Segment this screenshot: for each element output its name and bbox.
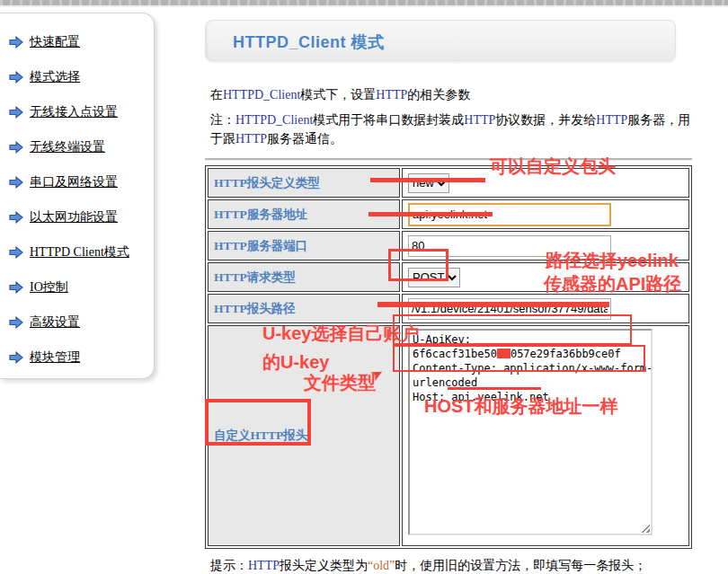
sidebar-item-advanced[interactable]: 高级设置 [0,305,154,340]
httpd-config-table: HTTP报头定义类型 new HTTP服务器地址 HTTP服务器端口 HTTP请… [205,165,692,549]
sidebar-item-label: 高级设置 [30,314,80,331]
sidebar-item-ethernet[interactable]: 以太网功能设置 [0,199,154,234]
header-line: urlencoded [413,375,648,390]
table-row: 自定义HTTP报头 U-ApiKey: 6f6cacf31be50057e29f… [208,325,689,546]
tip-text: 提示：HTTP报头定义类型为“old”时，使用旧的设置方法，即填写每一条报头；为… [210,557,692,574]
sidebar-item-label: 模式选择 [30,69,80,85]
field-label-custom-header: 自定义HTTP报头 [208,325,400,546]
resize-handle[interactable] [639,522,650,533]
table-row: HTTP报头定义类型 new [208,168,689,198]
arrow-right-icon [9,316,23,329]
header-line: Content-Type: application/x-www-form- [413,361,648,375]
header-path-input[interactable] [408,298,611,320]
sidebar-item-serial-network[interactable]: 串口及网络设置 [0,164,154,199]
intro-text: 在HTTPD_Client模式下，设置HTTP的相关参数 [210,87,692,102]
arrow-right-icon [9,141,23,154]
sidebar-item-httpd-client[interactable]: HTTPD Client模式 [0,234,154,269]
sidebar-item-label: 以太网功能设置 [30,209,118,225]
table-row: HTTP报头路径 [208,294,689,323]
field-cell [402,199,689,229]
sidebar-item-label: 模块管理 [30,349,80,366]
sidebar-item-wireless-sta[interactable]: 无线终端设置 [0,129,154,164]
table-row: HTTP服务器端口 [208,231,689,261]
page-top-border [0,0,728,7]
sidebar-item-module-manage[interactable]: 模块管理 [0,340,154,375]
field-label-header-path: HTTP报头路径 [208,294,400,323]
sidebar-item-quick-config[interactable]: 快速配置 [0,24,154,59]
sidebar-item-wireless-ap[interactable]: 无线接入点设置 [0,94,154,129]
header-line: U-ApiKey: [413,332,648,347]
sidebar-item-mode-select[interactable]: 模式选择 [0,59,154,94]
server-port-input[interactable] [408,235,611,257]
arrow-right-icon [9,281,23,294]
arrow-right-icon [9,246,23,259]
field-cell: POST [402,262,689,292]
main-content: HTTPD_Client 模式 在HTTPD_Client模式下，设置HTTP的… [205,20,692,574]
server-address-input[interactable] [408,203,611,226]
sidebar-item-label: IO控制 [30,279,68,296]
page-title: HTTPD_Client 模式 [206,21,675,53]
field-cell: U-ApiKey: 6f6cacf31be50057e29fa36bb9ce0f… [402,325,689,546]
table-row: HTTP请求类型 POST [208,262,689,292]
arrow-right-icon [9,211,23,224]
note-text: 注：HTTPD_Client模式用于将串口数据封装成HTTP协议数据，并发给HT… [210,110,692,148]
field-cell: new [402,168,689,198]
sidebar-item-label: HTTPD Client模式 [30,244,129,261]
header-line: 6f6cacf31be50057e29fa36bb9ce0f [413,347,648,361]
header-line: Host: api.yeelink.net [413,390,648,404]
divider [205,158,692,161]
custom-header-textarea[interactable]: U-ApiKey: 6f6cacf31be50057e29fa36bb9ce0f… [408,329,653,535]
api-key-suffix: 057e29fa36bb9ce0f [510,348,621,360]
api-key-prefix: 6f6cacf31be50 [413,348,497,360]
table-row: HTTP服务器地址 [208,199,689,229]
sidebar-item-label: 无线终端设置 [30,139,105,155]
header-type-select[interactable]: new [408,173,449,193]
field-cell [402,231,689,261]
field-cell [402,294,689,323]
redacted-key-segment [497,349,510,358]
field-label-request-type: HTTP请求类型 [208,262,400,292]
sidebar: 快速配置 模式选择 无线接入点设置 无线终端设置 串口及网络设置 以太网功能设置… [0,13,155,379]
sidebar-item-label: 无线接入点设置 [30,104,118,120]
arrow-right-icon [9,351,23,364]
sidebar-item-io-control[interactable]: IO控制 [0,269,154,305]
sidebar-item-label: 快速配置 [30,34,80,50]
field-label-server-port: HTTP服务器端口 [208,231,400,261]
arrow-right-icon [9,176,23,189]
request-type-select[interactable]: POST [408,268,460,287]
page-title-panel: HTTPD_Client 模式 [205,20,676,61]
arrow-right-icon [9,71,23,84]
arrow-right-icon [9,106,23,119]
sidebar-item-label: 串口及网络设置 [30,174,118,190]
field-label-header-type: HTTP报头定义类型 [208,168,400,198]
field-label-server-address: HTTP服务器地址 [208,199,400,229]
arrow-right-icon [9,36,23,49]
